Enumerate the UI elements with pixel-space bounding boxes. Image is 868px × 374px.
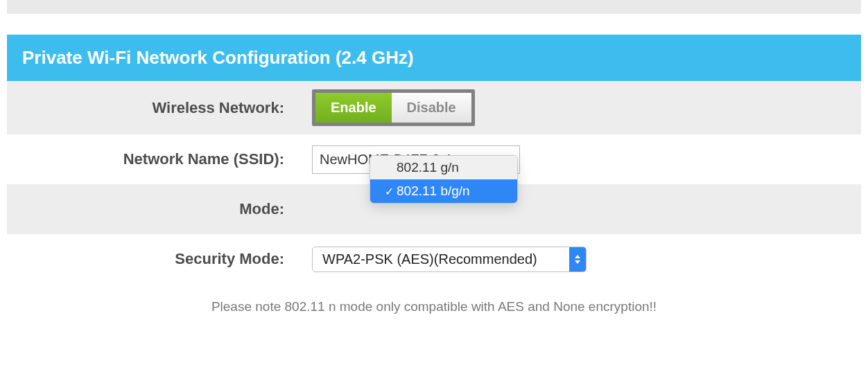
panel-title: Private Wi-Fi Network Configuration (2.4… [7, 35, 861, 81]
control-wireless: Enable Disable [312, 89, 847, 126]
check-icon: ✓ [381, 185, 397, 198]
row-mode: Mode: 802.11 g/n ✓ 802.11 b/g/n [7, 184, 861, 234]
mode-option-bgn[interactable]: ✓ 802.11 b/g/n [370, 179, 517, 203]
mode-option-label: 802.11 g/n [381, 160, 517, 175]
row-wireless: Wireless Network: Enable Disable [7, 81, 861, 134]
label-wireless: Wireless Network: [21, 99, 312, 117]
top-strip [7, 0, 861, 14]
wireless-toggle: Enable Disable [312, 89, 475, 126]
label-mode: Mode: [21, 200, 312, 218]
label-security: Security Mode: [21, 250, 312, 268]
disable-button[interactable]: Disable [392, 93, 471, 123]
row-security: Security Mode: WPA2-PSK (AES)(Recommende… [7, 234, 861, 284]
label-ssid: Network Name (SSID): [21, 150, 312, 168]
enable-button[interactable]: Enable [315, 93, 392, 123]
security-select-value: WPA2-PSK (AES)(Recommended) [313, 247, 569, 271]
control-security: WPA2-PSK (AES)(Recommended) [312, 247, 847, 272]
mode-option-gn[interactable]: 802.11 g/n [370, 156, 517, 179]
chevron-updown-icon [569, 247, 586, 271]
mode-option-label: 802.11 b/g/n [397, 184, 517, 199]
mode-dropdown[interactable]: 802.11 g/n ✓ 802.11 b/g/n [370, 155, 518, 204]
security-select[interactable]: WPA2-PSK (AES)(Recommended) [312, 247, 587, 272]
compatibility-note: Please note 802.11 n mode only compatibl… [7, 284, 861, 335]
config-panel: Private Wi-Fi Network Configuration (2.4… [7, 35, 861, 335]
